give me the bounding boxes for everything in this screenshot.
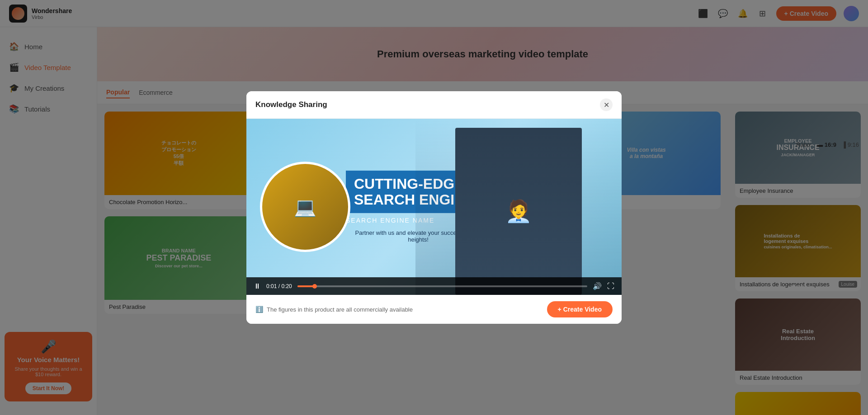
fullscreen-button[interactable]: ⛶ (607, 282, 614, 290)
modal-overlay[interactable]: Knowledge Sharing ✕ 💻 CUTTING-EDGE SEARC… (0, 0, 868, 415)
info-icon: ℹ️ (255, 306, 263, 313)
presenter-area: 🧑‍💼 (415, 119, 622, 295)
modal-header: Knowledge Sharing ✕ (246, 91, 622, 119)
volume-button[interactable]: 🔊 (593, 282, 602, 290)
time-current: 0:01 (266, 283, 277, 289)
laptop-icon: 💻 (294, 196, 316, 218)
presenter-silhouette: 🧑‍💼 (455, 128, 582, 295)
modal-title: Knowledge Sharing (255, 100, 327, 109)
modal-footer: ℹ️ The figures in this product are all c… (246, 295, 622, 324)
circle-image: 💻 (260, 162, 350, 252)
video-preview: 💻 CUTTING-EDGE SEARCH ENGINE SEARCH ENGI… (246, 119, 622, 295)
footer-info: ℹ️ The figures in this product are all c… (255, 306, 413, 313)
progress-bar[interactable] (297, 285, 587, 287)
knowledge-sharing-modal: Knowledge Sharing ✕ 💻 CUTTING-EDGE SEARC… (246, 91, 622, 324)
time-display: 0:01 / 0:20 (266, 283, 292, 289)
modal-video-area: 💻 CUTTING-EDGE SEARCH ENGINE SEARCH ENGI… (246, 119, 622, 295)
presenter-placeholder: 🧑‍💼 (415, 119, 622, 295)
time-total: 0:20 (281, 283, 292, 289)
modal-create-video-button[interactable]: + Create Video (547, 301, 613, 317)
footer-info-text: The figures in this product are all comm… (267, 306, 413, 313)
video-controls: ⏸ 0:01 / 0:20 🔊 ⛶ (246, 277, 622, 295)
progress-dot (312, 284, 317, 289)
progress-fill (297, 285, 315, 287)
pause-button[interactable]: ⏸ (254, 282, 261, 290)
modal-close-button[interactable]: ✕ (600, 98, 613, 111)
